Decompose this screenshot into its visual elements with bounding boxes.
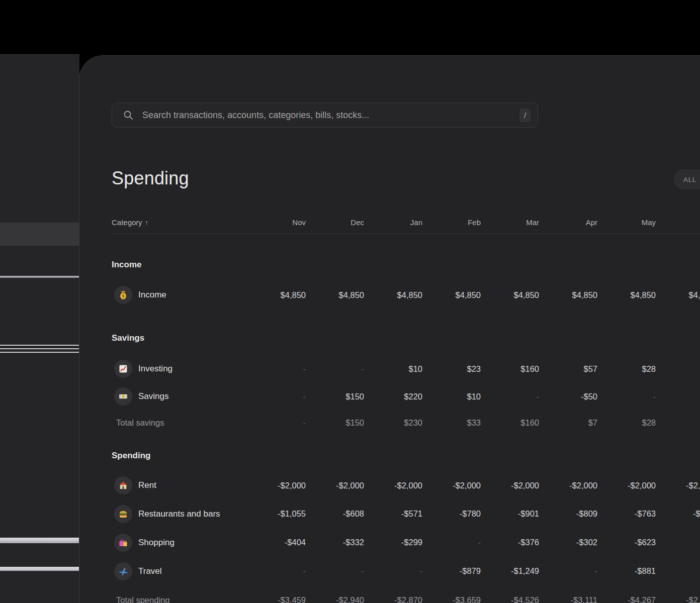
backdrop-line [0,345,79,346]
row-label: Investing [138,364,172,374]
money-bag-icon: $ [114,286,132,304]
cell-value: - [247,418,306,428]
cell-value: -$3,111 [539,595,597,603]
backdrop-line [0,276,79,278]
airplane-icon [114,562,132,580]
search-input[interactable] [142,110,519,121]
cell-value: -$901 [481,509,539,519]
table-row-shopping[interactable]: Shopping -$404 -$332 -$299 - -$376 -$302… [111,528,700,557]
table-row-restaurants[interactable]: Restaurants and bars -$1,055 -$608 -$571… [111,499,700,528]
table-row-savings[interactable]: Savings - $150 $220 $10 - -$50 - - [111,383,700,410]
backdrop-line [0,538,79,543]
background-window [0,54,79,603]
month-header: Dec [306,218,364,227]
cell-value: -$332 [306,538,364,547]
backdrop-highlight-band [0,223,79,246]
cell-value: - [247,364,306,374]
spending-table: Category ↑ Nov Dec Jan Feb Mar Apr May J… [111,211,700,603]
section-label-savings: Savings [111,332,700,345]
cell-value: - [364,566,422,576]
table-row-investing[interactable]: Investing - - $10 $23 $160 $57 $28 - [111,355,700,383]
cell-value: - [306,566,364,576]
chart-increasing-icon [114,360,132,378]
month-header: Mar [481,218,539,227]
house-icon [114,476,132,494]
filter-all-button[interactable]: ALL [674,169,700,189]
cell-value: $23 [422,364,481,374]
cell-value: $57 [539,364,597,374]
cell-value: $160 [481,364,539,374]
cell-value: - [656,538,700,547]
cell-value: - [247,566,306,576]
cell-value: -$2,940 [306,595,364,603]
cell-value: -$571 [364,509,422,519]
cell-value: -$1,249 [481,566,539,576]
cell-value: -$623 [597,538,656,547]
cell-value: - [656,364,700,374]
cell-value: -$881 [597,566,656,576]
shopping-bags-icon [114,534,132,552]
table-header-row: Category ↑ Nov Dec Jan Feb Mar Apr May J… [111,211,700,234]
svg-text:$: $ [122,293,125,298]
month-header: Jun [656,218,700,227]
cell-value: $4,850 [306,290,364,300]
row-label: Travel [138,566,162,576]
search-bar[interactable]: / [112,103,538,128]
table-row-rent[interactable]: Rent -$2,000 -$2,000 -$2,000 -$2,000 -$2… [111,471,700,499]
month-header: Feb [422,218,481,227]
cell-value: $7 [539,418,597,428]
page-title: Spending [112,168,189,189]
sort-arrow-icon: ↑ [145,219,148,227]
section-label-spending: Spending [111,449,700,462]
cell-value: -$2,000 [247,481,306,490]
cell-value: - [656,566,700,576]
month-header: Nov [247,218,306,227]
row-label: Restaurants and bars [138,509,220,519]
cell-value: -$4,526 [481,595,539,603]
cell-value: -$4,267 [597,595,656,603]
cell-value: -$763 [597,509,656,519]
cell-value: -$780 [422,509,481,519]
cell-value: -$2,000 [656,481,700,490]
cell-value: $33 [422,418,481,428]
row-label: Income [138,290,166,300]
cell-value: -$376 [481,538,539,547]
cell-value: -$2,000 [306,481,364,490]
cell-value: -$809 [539,509,597,519]
cell-value: -$404 [247,538,306,547]
cell-value: - [247,392,306,401]
cell-value: $4,850 [422,290,481,300]
table-row-total-savings: Total savings - $150 $230 $33 $160 $7 $2… [111,410,700,435]
cell-value: -$2,000 [422,481,481,490]
cell-value: -$2,870 [364,595,422,603]
cell-value: -$2,000 [597,481,656,490]
cell-value: -$2,000 [539,481,597,490]
cell-value: -$2,000 [481,481,539,490]
hamburger-icon [114,505,132,523]
cell-value: $10 [422,392,481,401]
total-label: Total spending [111,595,247,603]
cell-value: - [656,418,700,428]
category-sort-header[interactable]: Category ↑ [111,218,247,227]
cell-value: - [597,392,656,401]
cell-value: $160 [481,418,539,428]
header-divider [111,234,700,234]
cell-value: - [539,566,597,576]
cell-value: $28 [597,364,656,374]
cell-value: -$3,659 [422,595,481,603]
cell-value: -$299 [364,538,422,547]
cell-value: - [481,392,539,401]
cell-value: $4,850 [481,290,539,300]
search-icon [123,110,133,120]
cell-value: -$2,900 [656,595,700,603]
cell-value: -$680 [656,509,700,519]
table-row-travel[interactable]: Travel - - - -$879 -$1,249 - -$881 - [111,557,700,585]
backdrop-line [0,352,79,353]
cell-value: $4,850 [364,290,422,300]
month-header: Apr [539,218,597,227]
cell-value: -$302 [539,538,597,547]
total-label: Total savings [111,418,247,428]
cell-value: $4,850 [597,290,656,300]
cell-value: $4,850 [247,290,306,300]
table-row-income[interactable]: $ Income $4,850 $4,850 $4,850 $4,850 $4,… [111,280,700,310]
